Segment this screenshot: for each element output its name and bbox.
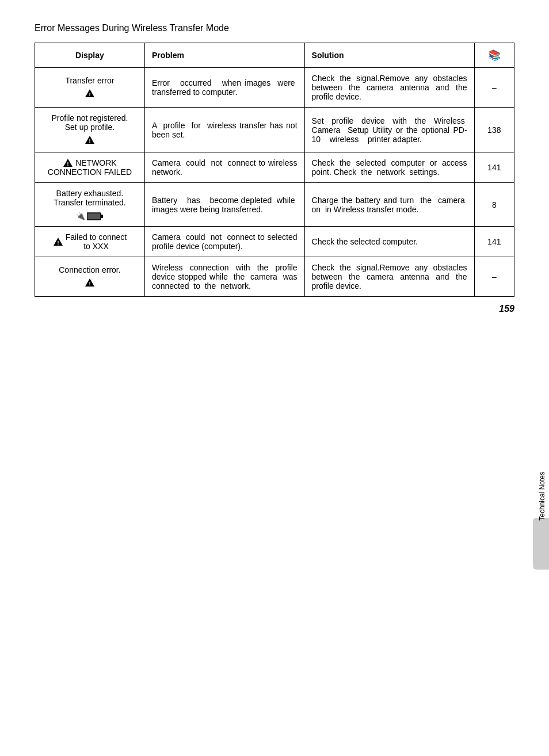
display-cell-1: Transfer error !	[35, 68, 145, 108]
table-row: Connection error. ! Wireless connection …	[35, 257, 514, 297]
warning-row: ! NETWORK	[42, 158, 138, 167]
svg-text:!: !	[57, 240, 59, 246]
network-failed-display: ! NETWORK CONNECTION FAILED	[42, 158, 138, 177]
display-cell-2: Profile not registered.Set up profile. !	[35, 108, 145, 152]
page-cell-3: 141	[474, 152, 514, 183]
display-text-2: Profile not registered.Set up profile.	[42, 113, 138, 132]
display-cell-5: ! Failed to connectto XXX	[35, 227, 145, 257]
display-cell-3: ! NETWORK CONNECTION FAILED	[35, 152, 145, 183]
page-title: Error Messages During Wireless Transfer …	[35, 23, 514, 33]
problem-cell-3: Camera could not connect to wireless net…	[144, 152, 304, 183]
display-text-1: Transfer error	[42, 76, 138, 85]
solution-cell-4: Charge the battery and turn the camera o…	[304, 183, 474, 227]
header-problem: Problem	[144, 43, 304, 68]
page-cell-4: 8	[474, 183, 514, 227]
header-page: 📚	[474, 43, 514, 68]
display-cell-6: Connection error. !	[35, 257, 145, 297]
tab-indicator	[533, 518, 549, 570]
battery-display-text: Battery exhausted.Transfer terminated.	[42, 189, 138, 207]
page-cell-5: 141	[474, 227, 514, 257]
page-cell-6: –	[474, 257, 514, 297]
failed-connect-display: ! Failed to connectto XXX	[42, 232, 138, 251]
problem-cell-5: Camera could not connect to selected pro…	[144, 227, 304, 257]
svg-text:!: !	[89, 91, 90, 97]
page-cell-1: –	[474, 68, 514, 108]
warning-icon-1: !	[42, 89, 138, 100]
table-row: Transfer error ! Error occurred when ima…	[35, 68, 514, 108]
warning-icon-2: !	[42, 135, 138, 146]
battery-svg-icon	[87, 212, 103, 220]
svg-text:!: !	[67, 161, 69, 167]
failed-connect-text: Failed to connectto XXX	[66, 232, 127, 251]
problem-cell-2: A profile for wireless transfer has not …	[144, 108, 304, 152]
solution-cell-3: Check the selected computer or access po…	[304, 152, 474, 183]
svg-rect-6	[87, 213, 101, 220]
problem-cell-4: Battery has become depleted while images…	[144, 183, 304, 227]
display-cell-4: Battery exhausted.Transfer terminated. 🔌	[35, 183, 145, 227]
page-container: Error Messages During Wireless Transfer …	[0, 0, 549, 331]
table-row: ! NETWORK CONNECTION FAILED Camera could…	[35, 152, 514, 183]
solution-cell-6: Check the signal.Remove any obstacles be…	[304, 257, 474, 297]
table-row: Battery exhausted.Transfer terminated. 🔌…	[35, 183, 514, 227]
problem-cell-1: Error occurred when images were transfer…	[144, 68, 304, 108]
table-row: ! Failed to connectto XXX Camera could n…	[35, 227, 514, 257]
battery-icon-row: 🔌	[42, 212, 138, 220]
page-number: 159	[499, 304, 514, 314]
solution-cell-2: Set profile device with the Wireless Cam…	[304, 108, 474, 152]
network-text: NETWORK	[75, 158, 117, 167]
header-display: Display	[35, 43, 145, 68]
solution-cell-1: Check the signal.Remove any obstacles be…	[304, 68, 474, 108]
table-header-row: Display Problem Solution 📚	[35, 43, 514, 68]
warning-icon-6: !	[42, 278, 138, 289]
side-label: Technical Notes	[538, 472, 546, 521]
problem-cell-6: Wireless connection with the profile dev…	[144, 257, 304, 297]
plug-icon: 🔌	[76, 212, 85, 220]
header-solution: Solution	[304, 43, 474, 68]
book-icon: 📚	[488, 49, 501, 61]
svg-rect-7	[101, 215, 103, 218]
error-messages-table: Display Problem Solution 📚 Transfer erro…	[35, 43, 514, 297]
svg-text:!: !	[89, 281, 90, 287]
table-row: Profile not registered.Set up profile. !…	[35, 108, 514, 152]
page-cell-2: 138	[474, 108, 514, 152]
svg-text:!: !	[89, 138, 90, 144]
solution-cell-5: Check the selected computer.	[304, 227, 474, 257]
connection-failed-text: CONNECTION FAILED	[42, 167, 138, 177]
connection-error-text: Connection error.	[42, 265, 138, 274]
